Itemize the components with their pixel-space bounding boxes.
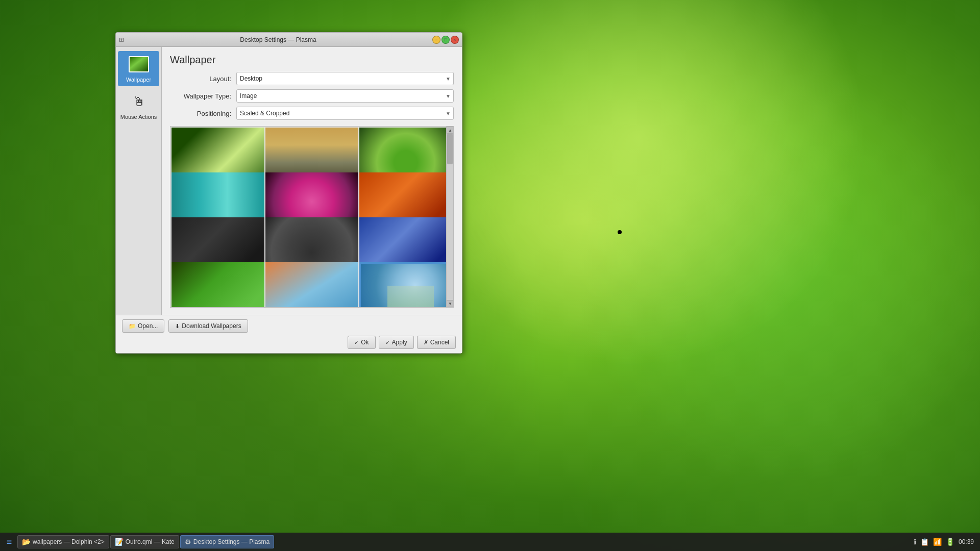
wallpaper-type-select[interactable]: Image Color Slideshow [236,89,454,103]
title-bar: ⊞ Desktop Settings — Plasma − □ × [116,33,462,47]
window-controls: − □ × [432,36,459,44]
taskbar-dolphin-btn[interactable]: 📂 wallpapers — Dolphin <2> [17,535,109,548]
window-icon: ⊞ [119,36,124,43]
mouse-icon: 🖱 [129,91,149,112]
sidebar-item-wallpaper-label: Wallpaper [126,77,151,83]
desktop-settings-dialog: ⊞ Desktop Settings — Plasma − □ × Wallpa… [115,32,462,354]
clipboard-icon[interactable]: 📋 [920,538,929,546]
taskbar-left: ≡ 📂 wallpapers — Dolphin <2> 📝 Outro.qml… [2,535,274,549]
wallpaper-grid-container: ▲ ▼ [170,126,454,308]
dialog-footer: 📁 Open... ⬇ Download Wallpapers ✓ Ok ✓ A… [116,315,462,353]
minimize-button[interactable]: − [432,36,440,44]
info-icon[interactable]: ℹ [914,538,916,546]
layout-select[interactable]: Desktop Folder View Search and Launch [236,72,454,85]
positioning-select[interactable]: Scaled & Cropped Scaled Centered Tiled S… [236,107,454,120]
sidebar-item-mouse-actions[interactable]: 🖱 Mouse Actions [118,88,159,123]
wallpaper-item-12[interactable] [359,262,452,307]
scroll-track [447,134,453,300]
wallpaper-thumbnail [129,54,149,74]
panel-title: Wallpaper [170,54,454,66]
apply-button[interactable]: ✓ Apply [379,336,414,349]
maximize-button[interactable]: □ [442,36,450,44]
positioning-row: Positioning: Scaled & Cropped Scaled Cen… [170,107,454,120]
kde-menu-button[interactable]: ≡ [2,535,16,549]
close-button[interactable]: × [451,36,459,44]
open-button[interactable]: 📁 Open... [122,319,164,333]
kate-icon: 📝 [115,538,124,546]
wallpaper-item-11[interactable] [265,262,358,307]
layout-row: Layout: Desktop Folder View Search and L… [170,72,454,85]
bottom-row-1: 📁 Open... ⬇ Download Wallpapers [122,319,456,333]
battery-icon[interactable]: 🔋 [946,538,954,546]
wallpaper-type-select-wrapper: Image Color Slideshow ▼ [236,89,454,103]
wifi-icon[interactable]: 📶 [933,538,942,546]
settings-icon: ⚙ [185,538,191,546]
wallpaper-item-10[interactable] [172,262,264,307]
sidebar-item-wallpaper[interactable]: Wallpaper [118,51,159,86]
taskbar-right: ℹ 📋 📶 🔋 00:39 [914,538,978,546]
layout-select-wrapper: Desktop Folder View Search and Launch ▼ [236,72,454,85]
ok-check-icon: ✓ [354,339,359,346]
sidebar: Wallpaper 🖱 Mouse Actions [116,47,162,315]
settings-panel: Wallpaper Layout: Desktop Folder View Se… [162,47,462,315]
download-icon: ⬇ [175,323,180,330]
scroll-thumb[interactable] [447,134,453,164]
wallpaper-grid-scrollbar[interactable]: ▲ ▼ [446,127,453,307]
apply-check-icon: ✓ [385,339,390,346]
sidebar-item-mouse-label: Mouse Actions [120,114,157,120]
scroll-down-arrow[interactable]: ▼ [447,300,454,307]
dialog-body: Wallpaper 🖱 Mouse Actions Wallpaper Layo… [116,47,462,315]
cancel-icon: ✗ [424,339,428,346]
scroll-up-arrow[interactable]: ▲ [447,127,454,134]
dolphin-icon: 📂 [22,538,31,546]
folder-icon: 📁 [129,323,136,330]
clock: 00:39 [959,538,974,545]
taskbar-desktop-settings-btn[interactable]: ⚙ Desktop Settings — Plasma [180,535,274,548]
download-wallpapers-button[interactable]: ⬇ Download Wallpapers [168,319,248,333]
wallpaper-type-label: Wallpaper Type: [170,92,236,100]
wallpaper-grid [170,127,453,307]
ok-button[interactable]: ✓ Ok [348,336,375,349]
window-title: Desktop Settings — Plasma [126,36,430,43]
layout-label: Layout: [170,75,236,83]
bottom-row-2: ✓ Ok ✓ Apply ✗ Cancel [122,336,456,349]
taskbar: ≡ 📂 wallpapers — Dolphin <2> 📝 Outro.qml… [0,533,980,551]
positioning-label: Positioning: [170,110,236,117]
wallpaper-type-row: Wallpaper Type: Image Color Slideshow ▼ [170,89,454,103]
taskbar-kate-btn[interactable]: 📝 Outro.qml — Kate [110,535,179,548]
cancel-button[interactable]: ✗ Cancel [417,336,456,349]
positioning-select-wrapper: Scaled & Cropped Scaled Centered Tiled S… [236,107,454,120]
